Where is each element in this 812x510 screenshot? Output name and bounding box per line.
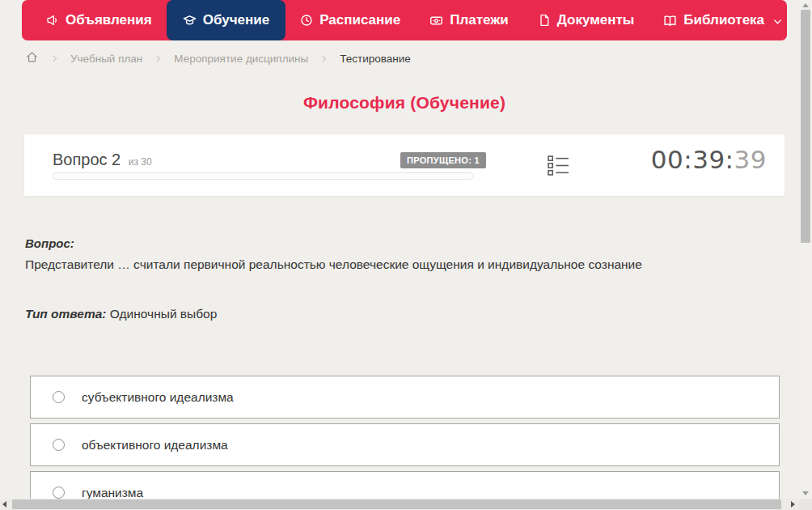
question-progress-bar — [53, 172, 474, 180]
banknote-icon — [429, 14, 443, 28]
breadcrumb-discipline-event[interactable]: Мероприятие дисциплины — [174, 53, 308, 65]
question-label: Вопрос: — [25, 236, 74, 250]
nav-item-payments[interactable]: Платежи — [415, 0, 523, 40]
nav-label: Расписание — [319, 12, 400, 28]
skipped-badge: ПРОПУЩЕНО: 1 — [400, 152, 486, 168]
answer-type-label: Тип ответа: — [25, 307, 107, 321]
nav-item-announcements[interactable]: Объявления — [32, 0, 167, 40]
document-icon — [538, 14, 551, 27]
breadcrumb: Учебный план Мероприятие дисциплины Тест… — [25, 50, 411, 66]
timer-hours-minutes: 00:39: — [651, 145, 734, 174]
nav-item-schedule[interactable]: Расписание — [285, 0, 415, 40]
chevron-right-icon — [319, 53, 329, 64]
clock-icon — [300, 14, 313, 27]
scrollbar-corner — [799, 499, 812, 510]
nav-label: Документы — [557, 12, 635, 28]
radio-button[interactable] — [53, 439, 65, 451]
nav-label: Объявления — [66, 12, 152, 28]
scroll-right-arrow-icon[interactable] — [791, 501, 795, 508]
answer-options: субъективного идеализма объективного иде… — [30, 376, 780, 510]
scroll-left-arrow-icon[interactable] — [2, 501, 6, 508]
open-book-icon — [663, 14, 677, 28]
megaphone-icon — [46, 14, 59, 27]
nav-label: Платежи — [450, 12, 509, 28]
radio-button[interactable] — [53, 487, 65, 499]
breadcrumb-testing: Тестирование — [340, 53, 411, 65]
scroll-up-arrow-icon[interactable] — [802, 3, 809, 7]
main-navbar: Объявления Обучение Расписание Платежи Д… — [22, 0, 787, 40]
scroll-down-arrow-icon[interactable] — [802, 491, 809, 495]
question-list-button[interactable] — [546, 155, 570, 178]
nav-item-learning[interactable]: Обучение — [167, 0, 285, 40]
horizontal-scrollbar[interactable] — [0, 499, 799, 510]
answer-type-row: Тип ответа: Одиночный выбор — [25, 307, 217, 321]
nav-label: Библиотека — [683, 12, 764, 28]
graduation-cap-icon — [183, 14, 197, 28]
timer-seconds: 39 — [734, 145, 767, 174]
option-label: субъективного идеализма — [82, 390, 234, 405]
question-number: Вопрос 2 — [53, 151, 121, 168]
answer-option-1[interactable]: субъективного идеализма — [30, 376, 780, 419]
radio-button[interactable] — [53, 391, 65, 403]
lms-test-page: Объявления Обучение Расписание Платежи Д… — [0, 0, 812, 510]
nav-item-documents[interactable]: Документы — [523, 0, 649, 40]
chevron-down-icon — [772, 16, 783, 27]
option-label: гуманизма — [82, 486, 143, 500]
vertical-scrollbar-thumb[interactable] — [801, 10, 810, 243]
chevron-right-icon — [153, 53, 163, 64]
answer-type-value: Одиночный выбор — [110, 307, 218, 321]
breadcrumb-curriculum[interactable]: Учебный план — [70, 53, 142, 65]
option-label: объективного идеализма — [82, 438, 228, 453]
question-header-card: Вопрос 2 из 30 ПРОПУЩЕНО: 1 00:39:39 — [24, 134, 785, 196]
home-icon[interactable] — [25, 50, 39, 66]
page-title: Философия (Обучение) — [0, 93, 809, 113]
horizontal-scrollbar-thumb[interactable] — [12, 499, 781, 509]
vertical-scrollbar[interactable] — [799, 0, 812, 499]
nav-label: Обучение — [203, 12, 269, 28]
question-list-icon — [548, 155, 569, 180]
question-counter: Вопрос 2 из 30 — [53, 151, 152, 169]
answer-option-2[interactable]: объективного идеализма — [30, 423, 780, 466]
nav-item-library[interactable]: Библиотека — [649, 0, 797, 40]
question-total: из 30 — [129, 156, 152, 168]
countdown-timer: 00:39:39 — [651, 145, 767, 174]
chevron-right-icon — [49, 53, 60, 64]
question-text: Представители … считали первичной реальн… — [25, 257, 753, 272]
